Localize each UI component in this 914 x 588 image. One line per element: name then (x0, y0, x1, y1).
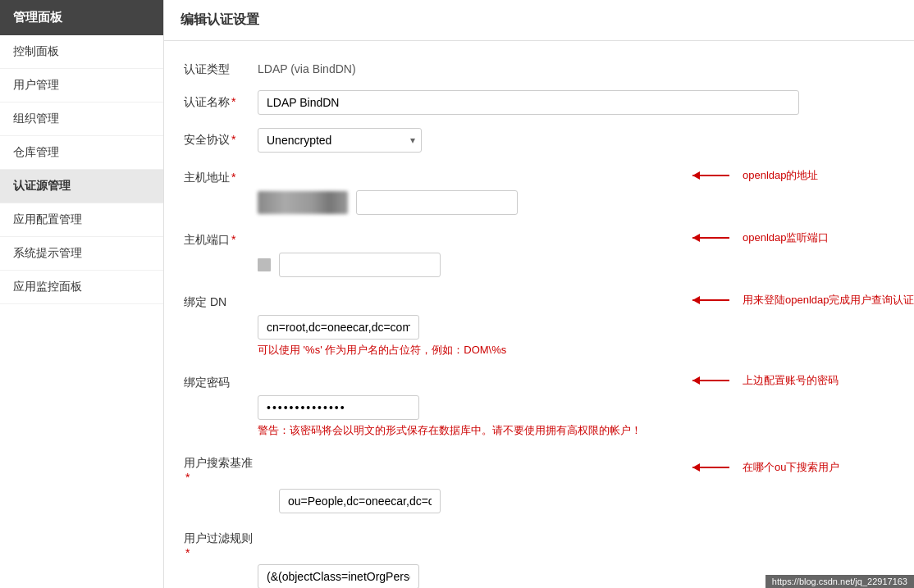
host-annotation: openldap的地址 (692, 168, 819, 183)
bind-dn-input[interactable] (258, 315, 419, 340)
bind-dn-label: 绑定 DN (184, 290, 258, 310)
security-select-wrapper: Unencrypted LDAPS StartTLS ▾ (258, 128, 422, 153)
user-filter-input[interactable] (258, 564, 419, 588)
port-section: 主机端口* openldap监听端口 (184, 228, 894, 277)
auth-name-input[interactable] (258, 90, 799, 115)
sidebar: 管理面板 控制面板 用户管理 组织管理 仓库管理 认证源管理 应用配置管理 系统… (0, 0, 164, 588)
bind-dn-annotation: 用来登陆openldap完成用户查询认证的账号 (692, 293, 914, 308)
port-annotation: openldap监听端口 (692, 230, 829, 245)
security-row: 安全协议* Unencrypted LDAPS StartTLS ▾ (184, 128, 894, 153)
bind-dn-hint: 可以使用 '%s' 作为用户名的占位符，例如：DOM\%s (258, 343, 506, 358)
user-search-required-mark: * (185, 471, 190, 484)
sidebar-item-dashboard[interactable]: 控制面板 (0, 35, 163, 69)
security-label: 安全协议* (184, 128, 258, 148)
main-content: 编辑认证设置 认证类型 LDAP (via BindDN) 认证名称* 安全协议… (164, 0, 914, 588)
user-search-annotation-text: 在哪个ou下搜索用户 (743, 460, 839, 475)
sidebar-item-users[interactable]: 用户管理 (0, 69, 163, 103)
host-required-mark: * (231, 171, 235, 184)
auth-name-label: 认证名称* (184, 90, 258, 110)
port-annotation-text: openldap监听端口 (743, 230, 829, 245)
auth-type-value: LDAP (via BindDN) (258, 57, 894, 75)
host-input[interactable] (356, 190, 518, 215)
user-search-label: 用户搜索基准* (184, 451, 258, 484)
auth-type-label: 认证类型 (184, 57, 258, 77)
sidebar-item-sys-notice[interactable]: 系统提示管理 (0, 237, 163, 271)
host-blurred-value (258, 191, 348, 214)
port-input[interactable] (279, 253, 441, 277)
user-search-input[interactable] (279, 489, 441, 513)
user-filter-required-mark: * (185, 546, 190, 559)
port-blurred-value (258, 258, 271, 271)
form-content: 认证类型 LDAP (via BindDN) 认证名称* 安全协议* Unenc… (164, 41, 914, 588)
bind-dn-section: 绑定 DN 用来登陆openldap完成用户查询认证的账号 可以使用 '%s' … (184, 290, 894, 358)
sidebar-header: 管理面板 (0, 0, 163, 35)
user-search-section: 用户搜索基准* 在哪个ou下搜索用户 (184, 451, 894, 513)
bind-password-input[interactable] (258, 395, 419, 420)
port-required-mark: * (231, 233, 235, 246)
user-search-annotation: 在哪个ou下搜索用户 (692, 460, 839, 475)
bind-password-section: 绑定密码 上边配置账号的密码 警告：该密码将会以明文的形式保存在数据库中。请不要… (184, 371, 894, 438)
bind-password-annotation: 上边配置账号的密码 (692, 373, 839, 388)
page-title: 编辑认证设置 (164, 0, 914, 41)
sidebar-item-org[interactable]: 组织管理 (0, 103, 163, 136)
sidebar-item-repo[interactable]: 仓库管理 (0, 136, 163, 170)
bind-password-warning: 警告：该密码将会以明文的形式保存在数据库中。请不要使用拥有高权限的帐户！ (258, 423, 642, 438)
bind-password-label: 绑定密码 (184, 371, 258, 390)
sidebar-item-app-config[interactable]: 应用配置管理 (0, 203, 163, 237)
security-required-mark: * (231, 133, 235, 146)
host-section: 主机地址* openldap的地址 (184, 166, 894, 215)
port-label: 主机端口* (184, 228, 258, 248)
bind-password-annotation-text: 上边配置账号的密码 (743, 373, 839, 388)
url-bar: https://blog.csdn.net/jq_22917163 (765, 575, 914, 588)
host-label: 主机地址* (184, 166, 258, 185)
auth-name-row: 认证名称* (184, 90, 894, 115)
security-select[interactable]: Unencrypted LDAPS StartTLS (258, 128, 422, 153)
auth-type-row: 认证类型 LDAP (via BindDN) (184, 57, 894, 77)
host-annotation-text: openldap的地址 (743, 168, 819, 183)
user-filter-label: 用户过滤规则* (184, 526, 258, 559)
sidebar-item-monitor[interactable]: 应用监控面板 (0, 271, 163, 304)
auth-name-required-mark: * (231, 95, 235, 108)
bind-dn-annotation-text: 用来登陆openldap完成用户查询认证的账号 (743, 293, 914, 308)
sidebar-item-auth[interactable]: 认证源管理 (0, 170, 163, 203)
